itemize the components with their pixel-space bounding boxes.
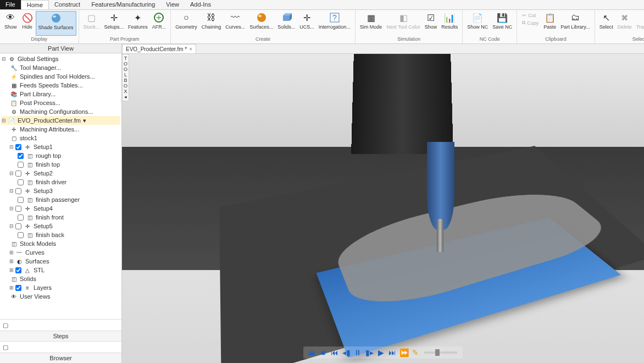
pause-button[interactable]: ⏸ bbox=[353, 348, 363, 358]
menu-home[interactable]: Home bbox=[21, 0, 49, 9]
tree-setup3[interactable]: ⊟ ✛ Setup3 bbox=[1, 186, 120, 195]
tree-part-library[interactable]: 📚 Part Library... bbox=[1, 90, 120, 98]
rough-top-checkbox[interactable] bbox=[18, 153, 24, 159]
finish-back-checkbox[interactable] bbox=[18, 232, 24, 238]
setup1-checkbox[interactable] bbox=[15, 144, 21, 150]
skip-forward-button[interactable]: ⏭ bbox=[387, 348, 397, 358]
setup3-checkbox[interactable] bbox=[15, 188, 21, 194]
viewport-3d[interactable]: TOOLBOX ◂ ⏏ ■ ⏮ ◂▮ ⏸ ▮▸ ▶ ⏭ ⏩ bbox=[122, 54, 644, 363]
play-button[interactable]: ▶ bbox=[376, 348, 386, 358]
stl-checkbox[interactable] bbox=[15, 267, 21, 273]
tree-machining-attributes[interactable]: ✛ Machining Attributes... bbox=[1, 125, 120, 134]
tree-setup5[interactable]: ⊟ ✛ Setup5 bbox=[1, 222, 120, 230]
tree-stock1[interactable]: ▢ stock1 bbox=[1, 134, 120, 142]
solids-button[interactable]: Solids... bbox=[275, 11, 297, 36]
tree-setup1[interactable]: ⊟ ✛ Setup1 bbox=[1, 142, 120, 151]
transform-button[interactable]: ⇄ Transform... bbox=[634, 11, 644, 36]
expand-icon[interactable]: ⊞ bbox=[9, 267, 14, 273]
tree-global-settings[interactable]: ⊟ ⚙ Global Settings bbox=[1, 54, 120, 63]
sim-mode-button[interactable]: ▦ Sim Mode bbox=[358, 11, 385, 36]
surfaces-button[interactable]: Surfaces... bbox=[247, 11, 275, 36]
tree-layers[interactable]: ⊞ ≡ Layers bbox=[1, 283, 120, 292]
save-nc-button[interactable]: 💾 Save NC bbox=[490, 11, 514, 36]
menu-construct[interactable]: Construct bbox=[49, 0, 86, 9]
fast-forward-button[interactable]: ⏩ bbox=[399, 348, 409, 358]
tree-stock-models[interactable]: ◫ Stock Models bbox=[1, 239, 120, 248]
collapse-icon[interactable]: ⊟ bbox=[9, 223, 14, 229]
dropdown-icon[interactable]: ▾ bbox=[81, 117, 88, 124]
layers-checkbox[interactable] bbox=[15, 285, 21, 291]
part-library-button[interactable]: 🗂 Part Library... bbox=[558, 11, 592, 36]
setup4-checkbox[interactable] bbox=[15, 206, 21, 212]
tree-surfaces[interactable]: ⊞ ◐ Surfaces bbox=[1, 257, 120, 266]
tree-solids[interactable]: ◫ Solids bbox=[1, 274, 120, 283]
chaining-button[interactable]: ⛓ Chaining bbox=[199, 11, 224, 36]
setups-button[interactable]: ✛ Setups... bbox=[102, 11, 126, 36]
tree-setup2[interactable]: ⊟ ✛ Setup2 bbox=[1, 169, 120, 178]
expand-icon[interactable]: ⊞ bbox=[9, 285, 14, 290]
results-button[interactable]: 📊 Results bbox=[439, 11, 460, 36]
cut-button[interactable]: ✂ Cut bbox=[520, 12, 540, 19]
menu-view[interactable]: View bbox=[160, 0, 185, 9]
stop-button[interactable]: ■ bbox=[318, 348, 328, 358]
show-button[interactable]: 👁 Show bbox=[2, 11, 19, 36]
step-forward-button[interactable]: ▮▸ bbox=[364, 348, 374, 358]
features-button[interactable]: ✦ Features bbox=[126, 11, 150, 36]
sim-show-button[interactable]: ☑ Show bbox=[423, 11, 440, 36]
document-tab[interactable]: EVO_ProductCenter.fm * × bbox=[122, 44, 196, 53]
curves-button[interactable]: 〰 Curves... bbox=[223, 11, 247, 36]
geometry-button[interactable]: ○ Geometry bbox=[173, 11, 199, 36]
skip-back-button[interactable]: ⏮ bbox=[330, 348, 340, 358]
steps-tab[interactable]: Steps bbox=[0, 331, 121, 341]
menu-file[interactable]: File bbox=[0, 0, 21, 9]
collapse-icon[interactable]: ⊟ bbox=[1, 56, 7, 62]
expand-icon[interactable]: ⊞ bbox=[9, 258, 14, 264]
select-button[interactable]: ↖ Select bbox=[597, 11, 615, 36]
edit-pencil-button[interactable]: ✎ bbox=[410, 348, 420, 358]
tree-finish-driver[interactable]: ◫ finish driver bbox=[1, 178, 120, 186]
speed-slider[interactable] bbox=[424, 351, 457, 354]
stock-button[interactable]: ▢ Stock... bbox=[81, 11, 102, 36]
close-icon[interactable]: × bbox=[189, 46, 192, 52]
delete-button[interactable]: ✖ Delete bbox=[615, 11, 634, 36]
tree-finish-top[interactable]: ◫ finish top bbox=[1, 160, 120, 169]
collapse-icon[interactable]: ⊟ bbox=[9, 170, 14, 176]
setup2-checkbox[interactable] bbox=[15, 170, 21, 177]
tree-tool-manager[interactable]: 🔧 Tool Manager... bbox=[1, 63, 120, 72]
tree-machining-config[interactable]: ⚙ Machining Configurations... bbox=[1, 107, 120, 116]
finish-top-checkbox[interactable] bbox=[18, 162, 24, 168]
menu-addins[interactable]: Add-Ins bbox=[185, 0, 216, 9]
menu-features[interactable]: Features/Manufacturing bbox=[86, 0, 160, 9]
tree-finish-passenger[interactable]: ◫ finish passenger bbox=[1, 195, 120, 204]
finish-driver-checkbox[interactable] bbox=[18, 179, 24, 185]
interrogation-button[interactable]: ? Interrogation... bbox=[317, 11, 353, 36]
finish-front-checkbox[interactable] bbox=[18, 215, 24, 221]
tree-tool-icon-2[interactable]: ▢ bbox=[1, 343, 10, 351]
tree-finish-front[interactable]: ◫ finish front bbox=[1, 213, 120, 222]
hide-button[interactable]: 🚫 Hide bbox=[19, 11, 36, 36]
slider-thumb[interactable] bbox=[435, 349, 440, 356]
tree-setup4[interactable]: ⊟ ✛ Setup4 bbox=[1, 204, 120, 213]
afr-button[interactable]: AFR... bbox=[150, 11, 169, 36]
next-tool-button[interactable]: ◧ Next Tool Color bbox=[384, 11, 422, 36]
finish-passenger-checkbox[interactable] bbox=[18, 197, 24, 203]
tree-curves[interactable]: ⊞ 〰 Curves bbox=[1, 248, 120, 257]
tree-tool-icon-1[interactable]: ▢ bbox=[1, 321, 10, 329]
collapse-icon[interactable]: ⊟ bbox=[1, 118, 7, 123]
step-back-button[interactable]: ◂▮ bbox=[341, 348, 351, 358]
tree-spindles[interactable]: ⚡ Spindles and Tool Holders... bbox=[1, 72, 120, 81]
tree-document-root[interactable]: ⊟ 📄 EVO_ProductCenter.fm ▾ bbox=[1, 116, 120, 125]
eject-button[interactable]: ⏏ bbox=[307, 348, 317, 358]
expand-icon[interactable]: ⊞ bbox=[9, 250, 14, 255]
paste-button[interactable]: 📋 Paste bbox=[541, 11, 558, 36]
browser-tab[interactable]: Browser bbox=[0, 353, 121, 363]
tree-feeds-speeds[interactable]: ▦ Feeds Speeds Tables... bbox=[1, 81, 120, 90]
tree-stl[interactable]: ⊞ △ STL bbox=[1, 266, 120, 274]
collapse-icon[interactable]: ⊟ bbox=[9, 144, 14, 150]
tree-rough-top[interactable]: ◫ rough top bbox=[1, 151, 120, 160]
tree-finish-back[interactable]: ◫ finish back bbox=[1, 230, 120, 239]
shade-surfaces-button[interactable]: Shade Surfaces bbox=[36, 11, 76, 36]
collapse-icon[interactable]: ⊟ bbox=[9, 206, 14, 211]
ucs-button[interactable]: ✛ UCS... bbox=[297, 11, 317, 36]
copy-button[interactable]: ⧉ Copy bbox=[520, 19, 540, 26]
